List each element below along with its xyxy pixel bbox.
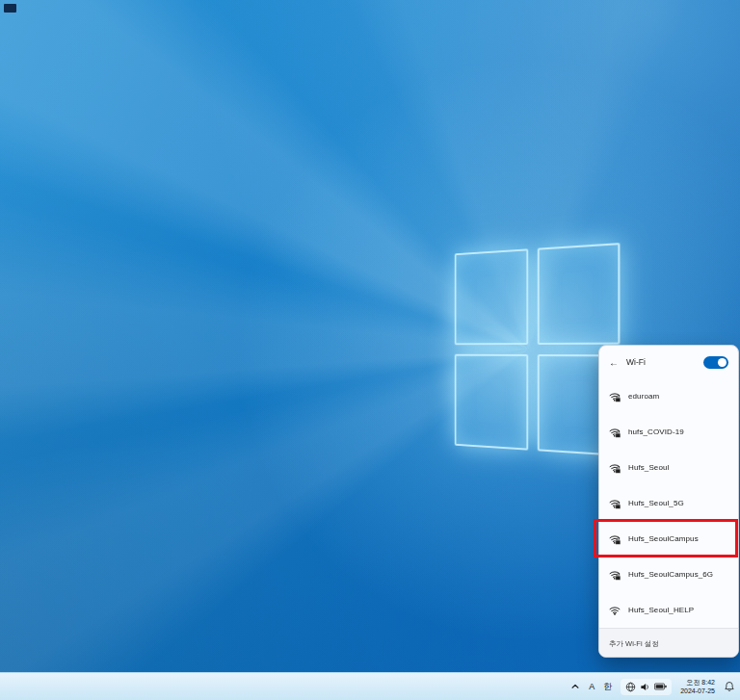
notification-bell-icon[interactable] [724,681,735,692]
toggle-knob [718,358,727,367]
wifi-network-name: Hufs_Seoul [628,463,669,472]
wifi-toggle[interactable] [703,356,728,369]
wifi-network-name: eduroam [628,392,659,401]
wifi-network-row[interactable]: Hufs_Seoul_HELP [599,592,738,628]
volume-speaker-icon [640,682,650,692]
wifi-signal-lock-icon [608,461,621,475]
more-wifi-settings-link[interactable]: 추가 Wi-Fi 설정 [599,628,738,658]
wifi-network-list: eduroam [599,378,738,628]
wifi-network-row[interactable]: Hufs_SeoulCampus_6G [599,557,738,592]
wifi-signal-lock-icon [608,390,621,403]
windows-logo-pane [455,354,529,451]
network-globe-icon [625,682,636,692]
taskbar-clock[interactable]: 오전 8:42 2024-07-25 [680,678,715,696]
wifi-network-name: hufs_COVID-19 [628,428,684,436]
ime-latin-indicator[interactable]: A [589,682,595,691]
windows-logo-pane [538,243,621,345]
wifi-network-row[interactable]: eduroam [599,378,738,414]
clock-date: 2024-07-25 [680,687,715,694]
wifi-network-row[interactable]: Hufs_Seoul [599,450,738,485]
wifi-network-name: Hufs_Seoul_HELP [628,606,694,614]
desktop-corner-artifact [4,4,16,13]
wifi-signal-lock-icon [608,497,621,510]
clock-time: 오전 8:42 [686,679,715,686]
wifi-panel-header: ← Wi-Fi [599,346,738,378]
quick-settings-button[interactable] [621,679,672,695]
wifi-network-row[interactable]: hufs_COVID-19 [599,414,738,450]
battery-icon [654,683,667,690]
ime-korean-indicator[interactable]: 한 [603,681,612,693]
wifi-signal-lock-icon [608,568,621,582]
wifi-signal-lock-icon [608,426,621,439]
tray-chevron-up-icon[interactable] [570,682,580,691]
wifi-network-name: Hufs_SeoulCampus [628,534,699,543]
wifi-network-row[interactable]: Hufs_Seoul_5G [599,485,738,521]
back-arrow-icon[interactable]: ← [609,357,619,368]
wifi-flyout-panel: ← Wi-Fi [598,345,739,658]
taskbar: A 한 오전 8:42 2024-07-25 [0,672,740,700]
wifi-network-name: Hufs_SeoulCampus_6G [628,570,713,579]
wifi-signal-lock-icon [608,532,621,546]
windows-logo [455,243,621,456]
wifi-network-row[interactable]: Hufs_SeoulCampus [599,521,738,557]
wifi-signal-lock-icon [608,604,621,617]
screen: ← Wi-Fi [0,0,740,700]
windows-logo-pane [455,248,529,345]
wifi-panel-title: Wi-Fi [626,357,646,367]
wifi-network-name: Hufs_Seoul_5G [628,499,684,507]
